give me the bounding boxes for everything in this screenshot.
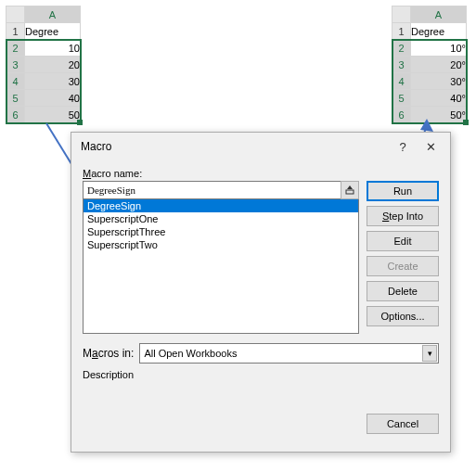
list-item[interactable]: SuperscriptTwo [84, 238, 358, 251]
row-header-4[interactable]: 4 [6, 73, 25, 90]
fill-handle[interactable] [463, 120, 469, 125]
row-header-2[interactable]: 2 [392, 40, 411, 57]
cell-a1[interactable]: Degree [411, 23, 467, 40]
help-button[interactable]: ? [389, 135, 417, 158]
row-header-2[interactable]: 2 [6, 40, 25, 57]
fill-handle[interactable] [77, 120, 83, 125]
dialog-titlebar[interactable]: Macro ? ✕ [71, 133, 450, 160]
cell-a4[interactable]: 30° [411, 73, 467, 90]
cell-a5[interactable]: 40° [411, 90, 467, 107]
reference-collapse-button[interactable] [341, 181, 359, 199]
row-header-1[interactable]: 1 [6, 23, 25, 40]
cell-a4[interactable]: 30 [25, 73, 81, 90]
cell-a3[interactable]: 20 [25, 57, 81, 73]
row-header-4[interactable]: 4 [392, 73, 411, 90]
macros-in-label: Macros in: [83, 347, 134, 360]
dialog-title: Macro [81, 140, 389, 153]
macro-dialog: Macro ? ✕ Macro name: DegreeSign Supersc… [71, 132, 451, 453]
row-header-1[interactable]: 1 [392, 23, 411, 40]
row-header-3[interactable]: 3 [6, 57, 25, 73]
run-button[interactable]: Run [367, 181, 439, 201]
cell-a5[interactable]: 40 [25, 90, 81, 107]
list-item[interactable]: DegreeSign [84, 199, 358, 212]
collapse-icon [345, 185, 354, 195]
macro-name-label: Macro name: [83, 168, 439, 179]
result-spreadsheet: A 1 Degree 210° 320° 430° 540° 650° [392, 6, 467, 123]
cell-a2[interactable]: 10° [411, 40, 467, 57]
row-header-6[interactable]: 6 [392, 107, 411, 123]
svg-rect-4 [346, 190, 354, 194]
delete-button[interactable]: Delete [367, 281, 439, 301]
row-header-3[interactable]: 3 [392, 57, 411, 73]
options-button[interactable]: Options... [367, 306, 439, 326]
select-all-corner[interactable] [6, 6, 25, 23]
macro-listbox[interactable]: DegreeSign SuperscriptOne SuperscriptThr… [83, 198, 359, 334]
cancel-button[interactable]: Cancel [367, 414, 439, 434]
step-into-button[interactable]: Step Into [367, 206, 439, 226]
combo-value: All Open Workbooks [144, 348, 237, 359]
create-button: Create [367, 256, 439, 276]
source-spreadsheet: A 1 Degree 210 320 430 540 650 [6, 6, 81, 123]
column-header-a[interactable]: A [25, 6, 81, 23]
list-item[interactable]: SuperscriptThree [84, 225, 358, 238]
cell-a1[interactable]: Degree [25, 23, 81, 40]
column-header-a[interactable]: A [411, 6, 467, 23]
close-button[interactable]: ✕ [417, 135, 444, 158]
edit-button[interactable]: Edit [367, 231, 439, 251]
macros-in-combo[interactable]: All Open Workbooks ▾ [139, 343, 439, 364]
cell-a2[interactable]: 10 [25, 40, 81, 57]
cell-a3[interactable]: 20° [411, 57, 467, 73]
description-label: Description [83, 369, 439, 380]
row-header-5[interactable]: 5 [392, 90, 411, 107]
cell-a6[interactable]: 50 [25, 107, 81, 123]
select-all-corner[interactable] [392, 6, 411, 23]
list-item[interactable]: SuperscriptOne [84, 212, 358, 225]
svg-marker-5 [347, 185, 353, 189]
chevron-down-icon[interactable]: ▾ [422, 345, 437, 362]
cell-a6[interactable]: 50° [411, 107, 467, 123]
row-header-5[interactable]: 5 [6, 90, 25, 107]
macro-name-input[interactable] [83, 181, 341, 199]
row-header-6[interactable]: 6 [6, 107, 25, 123]
